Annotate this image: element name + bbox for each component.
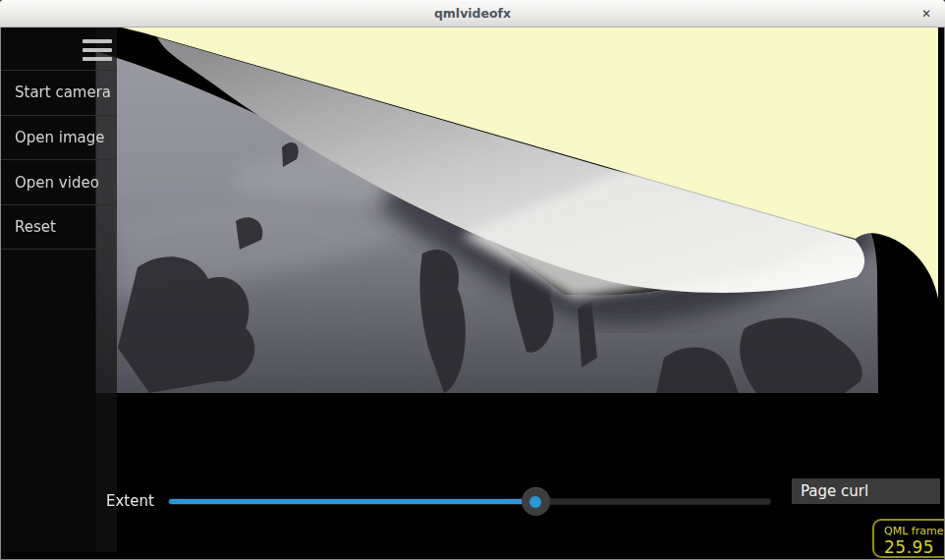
extent-slider[interactable] [169,499,770,504]
title-bar: qmlvideofx ✕ [0,0,945,28]
app-window: qmlvideofx ✕ [0,0,945,560]
window-title: qmlvideofx [434,6,511,21]
close-icon[interactable]: ✕ [916,0,937,28]
sidebar-menu: Start camera Open image Open video Reset [1,70,117,250]
sidebar-item-label: Open video [15,174,99,192]
slider-fill [169,499,535,504]
sidebar-item-start-camera[interactable]: Start camera [1,70,117,115]
slider-handle[interactable] [522,487,550,516]
sidebar-item-label: Open image [15,129,105,146]
sidebar-item-reset[interactable]: Reset [1,204,117,250]
hamburger-menu-icon[interactable] [83,39,112,62]
video-surface [1,28,944,532]
effect-selector-button[interactable]: Page curl [792,478,940,504]
content-area: Start camera Open image Open video Reset… [1,28,944,558]
fps-badge: QML frame r... 25.95 [872,519,944,558]
sidebar-item-label: Reset [15,218,56,236]
fps-label: QML frame r... [884,525,944,537]
sidebar-item-open-image[interactable]: Open image [1,115,117,160]
extent-label: Extent [106,492,154,510]
sidebar-item-label: Start camera [15,84,111,101]
sidebar-item-open-video[interactable]: Open video [1,159,117,204]
fps-value: 25.95 [884,537,944,557]
sidebar: Start camera Open image Open video Reset [1,28,117,552]
slider-handle-dot [529,496,541,508]
